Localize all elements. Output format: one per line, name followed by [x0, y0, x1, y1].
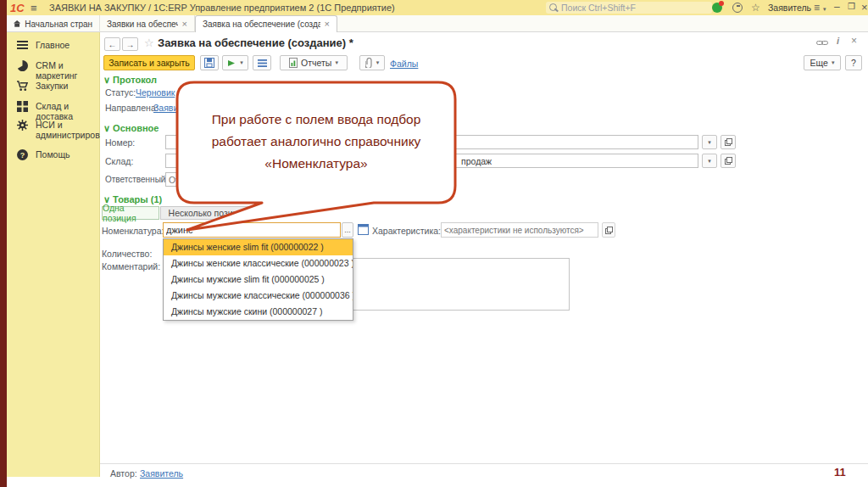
sidebar-item-main[interactable]: Главное — [7, 40, 100, 51]
section-protocol[interactable]: ∨ Протокол — [103, 75, 157, 86]
1c-logo: 1С — [10, 2, 25, 14]
dropdown-item[interactable]: Джинсы мужские классические (000000036 ) — [164, 288, 353, 304]
tab-label: Заявка на обеспечение (создание) * — [203, 20, 320, 29]
post-arrow-icon — [227, 59, 236, 68]
cart-icon — [17, 81, 28, 92]
save-and-close-label: Записать и закрыть — [108, 58, 189, 68]
directed-label: Направлена: — [105, 103, 159, 113]
list-icon — [17, 40, 28, 51]
dropdown-caret-icon: ▾ — [335, 59, 338, 66]
maximize-button[interactable]: ❐ — [848, 2, 855, 11]
structure-button[interactable] — [253, 55, 271, 70]
sidebar-item-crm[interactable]: CRM и маркетинг — [7, 60, 100, 81]
doc-list-icon — [258, 59, 267, 68]
slide-accent-strip — [0, 0, 7, 487]
sidebar-item-label: Закупки — [36, 81, 97, 91]
sidebar-item-nsi-admin[interactable]: НСИ и администрирование — [7, 120, 100, 140]
responsible-label: Ответственный: — [105, 175, 168, 184]
close-window-button[interactable]: × — [861, 1, 868, 14]
paperclip-icon — [365, 58, 373, 68]
sidebar-item-label: Главное — [36, 40, 97, 50]
screen: 1С ≡ ЗАЯВКИ НА ЗАКУПКУ / 1С:ERP Управлен… — [0, 0, 868, 487]
search-icon-handle — [554, 8, 559, 12]
help-button[interactable]: ? — [845, 55, 862, 70]
tab-bar: Начальная страница Заявки на обеспечение… — [7, 15, 868, 32]
dropdown-item[interactable]: Джинсы женские классические (000000023 ) — [164, 255, 353, 271]
minimize-button[interactable]: – — [834, 1, 840, 13]
sidebar-item-label: Склад и доставка — [36, 101, 97, 121]
section-main[interactable]: ∨ Основное — [103, 123, 159, 134]
tab-close-icon[interactable]: × — [325, 20, 330, 29]
service-menu-icon[interactable]: ≡ — [814, 2, 820, 14]
section-main-label: Основное — [113, 123, 159, 133]
dropdown-item[interactable]: Джинсы мужские slim fit (000000025 ) — [164, 271, 353, 288]
tab-label: Начальная страница — [25, 20, 92, 29]
hamburger-icon[interactable]: ≡ — [31, 2, 37, 14]
callout-line: При работе с полем ввода подбор — [186, 109, 447, 131]
dropdown-item[interactable]: Джинсы мужские скини (000000027 ) — [164, 304, 353, 320]
search-placeholder: Поиск Ctrl+Shift+F — [561, 3, 636, 13]
comment-label: Комментарий: — [102, 261, 160, 271]
back-button[interactable]: ← — [104, 37, 120, 51]
history-icon[interactable] — [732, 3, 743, 13]
attachments-button[interactable]: ▾ — [359, 55, 385, 70]
home-icon — [14, 20, 20, 28]
tab-home[interactable]: Начальная страница — [7, 15, 100, 32]
tab-single-label: Одна позиция — [103, 203, 159, 223]
forward-button[interactable]: → — [122, 37, 138, 51]
callout-line: работает аналогично справочнику — [186, 131, 447, 153]
change-status-button[interactable]: ▾ — [222, 55, 248, 70]
number-open-button[interactable] — [721, 135, 736, 149]
characteristic-open-button[interactable] — [602, 222, 615, 238]
dropdown-caret-icon: ▾ — [832, 59, 835, 66]
number-select-button[interactable]: ▾ — [702, 135, 717, 149]
help-label: ? — [851, 58, 856, 68]
dropdown-item[interactable]: Джинсы женские slim fit (000000022 ) — [164, 239, 353, 255]
favorites-star-icon[interactable]: ☆ — [751, 2, 760, 14]
sidebar-item-purchases[interactable]: Закупки — [7, 81, 100, 92]
sidebar-item-warehouse[interactable]: Склад и доставка — [7, 101, 100, 121]
files-link[interactable]: Файлы — [390, 59, 418, 69]
favorite-star-icon[interactable]: ☆ — [144, 36, 154, 49]
title-bar: 1С ≡ ЗАЯВКИ НА ЗАКУПКУ / 1С:ERP Управлен… — [7, 0, 868, 15]
report-icon — [289, 58, 298, 68]
current-user[interactable]: Заявитель — [768, 3, 811, 13]
tab-requests-list[interactable]: Заявки на обеспечение × — [100, 15, 195, 32]
service-menu-caret-icon: ▾ — [823, 6, 826, 13]
dropdown-caret-icon: ▾ — [240, 59, 243, 66]
back-arrow-icon: ← — [108, 40, 117, 49]
more-button[interactable]: Еще ▾ — [804, 55, 841, 70]
warehouse-select-button[interactable]: ▾ — [702, 154, 717, 168]
get-link-icon[interactable] — [816, 38, 828, 48]
tab-request-create[interactable]: Заявка на обеспечение (создание) * × — [195, 15, 337, 32]
section-sidebar: Главное CRM и маркетинг Закупки Склад и … — [7, 32, 100, 477]
warehouse-label: Склад: — [105, 156, 133, 166]
dropdown-caret-icon: ▾ — [708, 139, 711, 146]
notification-badge — [719, 1, 724, 6]
global-search[interactable]: Поиск Ctrl+Shift+F — [546, 2, 712, 14]
page-title: Заявка на обеспечение (создание) * — [158, 36, 353, 49]
forward-arrow-icon: → — [126, 40, 135, 49]
info-icon[interactable]: i — [837, 36, 839, 46]
tab-close-icon[interactable]: × — [182, 20, 187, 29]
quantity-label: Количество: — [102, 249, 152, 259]
close-form-icon[interactable]: × — [851, 35, 857, 47]
warehouse-open-button[interactable] — [721, 154, 736, 168]
nomenclature-dropdown: Джинсы женские slim fit (000000022 ) Джи… — [163, 238, 353, 321]
dropdown-caret-icon: ▾ — [708, 158, 711, 165]
number-label: Номер: — [105, 137, 135, 148]
reports-button[interactable]: Отчеты ▾ — [280, 55, 348, 70]
pie-chart-icon — [17, 60, 28, 71]
tab-label: Заявки на обеспечение — [107, 20, 178, 29]
save-button[interactable] — [200, 55, 219, 70]
save-and-close-button[interactable]: Записать и закрыть — [103, 55, 195, 70]
callout-line: «Номенклатура» — [186, 153, 447, 175]
sidebar-item-help[interactable]: ? Помощь — [7, 149, 100, 160]
footer-divider — [100, 463, 868, 464]
open-link-icon — [725, 157, 732, 165]
status-label: Статус: — [105, 87, 136, 98]
dropdown-caret-icon: ▾ — [376, 59, 380, 66]
tab-single-position[interactable]: Одна позиция — [102, 206, 159, 220]
sidebar-item-label: CRM и маркетинг — [36, 60, 97, 81]
author-value-link[interactable]: Заявитель — [140, 468, 183, 479]
